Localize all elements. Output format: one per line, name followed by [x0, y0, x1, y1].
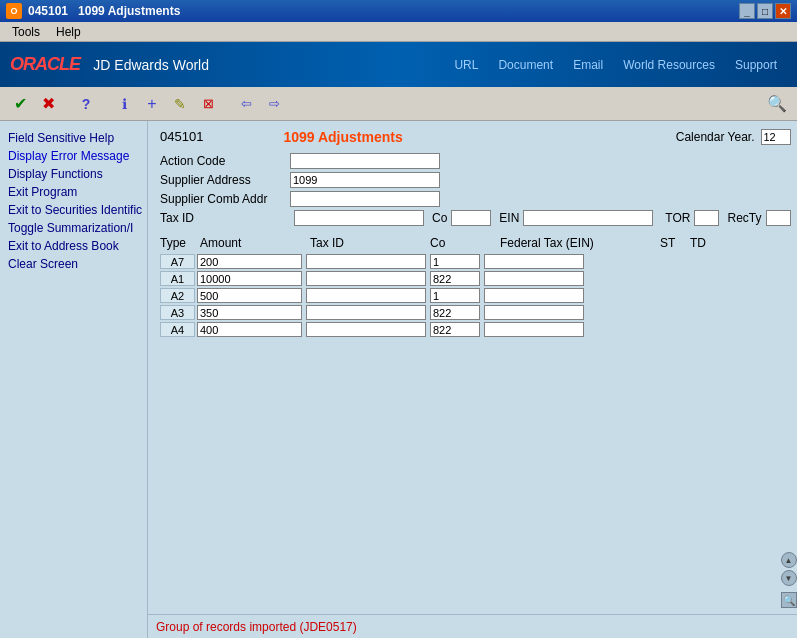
info-button[interactable]: ℹ [112, 92, 136, 116]
type-cell: A2 [160, 288, 195, 303]
delete-button[interactable]: ⊠ [196, 92, 220, 116]
col-header-type: Type [160, 236, 200, 250]
supplier-comb-input[interactable] [290, 191, 440, 207]
status-bar: Group of records imported (JDE0517) [148, 614, 797, 638]
fedtax-cell-input[interactable] [484, 254, 584, 269]
fedtax-cell-input[interactable] [484, 322, 584, 337]
co-cell-input[interactable] [430, 322, 480, 337]
fedtax-cell-input[interactable] [484, 288, 584, 303]
type-cell: A1 [160, 271, 195, 286]
content-area: 045101 1099 Adjustments Calendar Year. A… [148, 121, 797, 638]
form-header: 045101 1099 Adjustments Calendar Year. [160, 129, 791, 145]
add-button[interactable]: + [140, 92, 164, 116]
jde-title: JD Edwards World [93, 57, 209, 73]
taxid-cell-input[interactable] [306, 254, 426, 269]
co-cell-input[interactable] [430, 305, 480, 320]
calendar-year-section: Calendar Year. [676, 129, 791, 145]
sidebar-item-exit-program[interactable]: Exit Program [4, 183, 143, 201]
maximize-button[interactable]: □ [757, 3, 773, 19]
action-code-label: Action Code [160, 154, 290, 168]
status-message: Group of records imported (JDE0517) [156, 620, 357, 634]
zoom-button[interactable]: 🔍 [781, 592, 797, 608]
check-button[interactable]: ✔ [8, 92, 32, 116]
window-title: 1099 Adjustments [78, 4, 180, 18]
col-header-td: TD [690, 236, 720, 250]
scroll-down-button[interactable]: ▼ [781, 570, 797, 586]
nav-world-resources[interactable]: World Resources [613, 54, 725, 76]
type-cell: A7 [160, 254, 195, 269]
col-header-co: Co [430, 236, 500, 250]
menu-help[interactable]: Help [48, 23, 89, 41]
amount-input[interactable] [197, 254, 302, 269]
taxid-input[interactable] [294, 210, 424, 226]
program-id: 045101 [160, 129, 203, 144]
title-bar: O 045101 1099 Adjustments _ □ ✕ [0, 0, 797, 22]
sidebar-item-display-functions[interactable]: Display Functions [4, 165, 143, 183]
tor-label: TOR [665, 211, 690, 225]
type-cell: A4 [160, 322, 195, 337]
supplier-address-input[interactable] [290, 172, 440, 188]
app-icon: O [6, 3, 22, 19]
cancel-button[interactable]: ✖ [36, 92, 60, 116]
co-input[interactable] [451, 210, 491, 226]
taxid-cell-input[interactable] [306, 322, 426, 337]
nav-url[interactable]: URL [444, 54, 488, 76]
col-header-fedtax: Federal Tax (EIN) [500, 236, 660, 250]
tor-input[interactable] [694, 210, 719, 226]
fedtax-cell-input[interactable] [484, 271, 584, 286]
table-header: Type Amount Tax ID Co Federal Tax (EIN) … [160, 236, 791, 250]
taxid-row: Tax ID Co EIN TOR RecTy [160, 210, 791, 226]
sidebar-item-display-error-message[interactable]: Display Error Message [4, 147, 143, 165]
scroll-controls: ▲ ▼ 🔍 [781, 552, 797, 608]
copy-button[interactable]: ⇦ [234, 92, 258, 116]
sidebar-item-address-book[interactable]: Exit to Address Book [4, 237, 143, 255]
taxid-cell-input[interactable] [306, 305, 426, 320]
nav-email[interactable]: Email [563, 54, 613, 76]
taxid-cell-input[interactable] [306, 271, 426, 286]
main-container: Field Sensitive Help Display Error Messa… [0, 121, 797, 638]
taxid-label: Tax ID [160, 211, 290, 225]
sidebar: Field Sensitive Help Display Error Messa… [0, 121, 148, 638]
supplier-comb-row: Supplier Comb Addr [160, 191, 791, 207]
paste-button[interactable]: ⇨ [262, 92, 286, 116]
fedtax-cell-input[interactable] [484, 305, 584, 320]
calendar-year-label: Calendar Year. [676, 130, 755, 144]
search-icon[interactable]: 🔍 [765, 92, 789, 116]
amount-input[interactable] [197, 271, 302, 286]
table-row: A7 [160, 254, 791, 269]
oracle-logo: ORACLE JD Edwards World [10, 54, 209, 75]
help-button[interactable]: ? [74, 92, 98, 116]
sidebar-item-clear-screen[interactable]: Clear Screen [4, 255, 143, 273]
scroll-up-button[interactable]: ▲ [781, 552, 797, 568]
header-banner: ORACLE JD Edwards World URL Document Ema… [0, 42, 797, 87]
toolbar: ✔ ✖ ? ℹ + ✎ ⊠ ⇦ ⇨ 🔍 [0, 87, 797, 121]
minimize-button[interactable]: _ [739, 3, 755, 19]
menu-tools[interactable]: Tools [4, 23, 48, 41]
ein-label: EIN [499, 211, 519, 225]
ein-input[interactable] [523, 210, 653, 226]
nav-support[interactable]: Support [725, 54, 787, 76]
sidebar-item-exit-securities[interactable]: Exit to Securities Identific [4, 201, 143, 219]
table-row: A4 [160, 322, 791, 337]
recty-input[interactable] [766, 210, 791, 226]
co-cell-input[interactable] [430, 288, 480, 303]
co-label: Co [432, 211, 447, 225]
close-button[interactable]: ✕ [775, 3, 791, 19]
sidebar-item-toggle-summarization[interactable]: Toggle Summarization/I [4, 219, 143, 237]
co-cell-input[interactable] [430, 271, 480, 286]
header-nav: URL Document Email World Resources Suppo… [444, 54, 787, 76]
supplier-address-row: Supplier Address [160, 172, 791, 188]
amount-input[interactable] [197, 322, 302, 337]
amount-input[interactable] [197, 288, 302, 303]
amount-input[interactable] [197, 305, 302, 320]
edit-button[interactable]: ✎ [168, 92, 192, 116]
taxid-cell-input[interactable] [306, 288, 426, 303]
nav-document[interactable]: Document [488, 54, 563, 76]
col-header-st: ST [660, 236, 690, 250]
data-table: Type Amount Tax ID Co Federal Tax (EIN) … [160, 236, 791, 337]
type-cell: A3 [160, 305, 195, 320]
sidebar-item-field-sensitive-help[interactable]: Field Sensitive Help [4, 129, 143, 147]
co-cell-input[interactable] [430, 254, 480, 269]
calendar-year-input[interactable] [761, 129, 791, 145]
action-code-input[interactable] [290, 153, 440, 169]
